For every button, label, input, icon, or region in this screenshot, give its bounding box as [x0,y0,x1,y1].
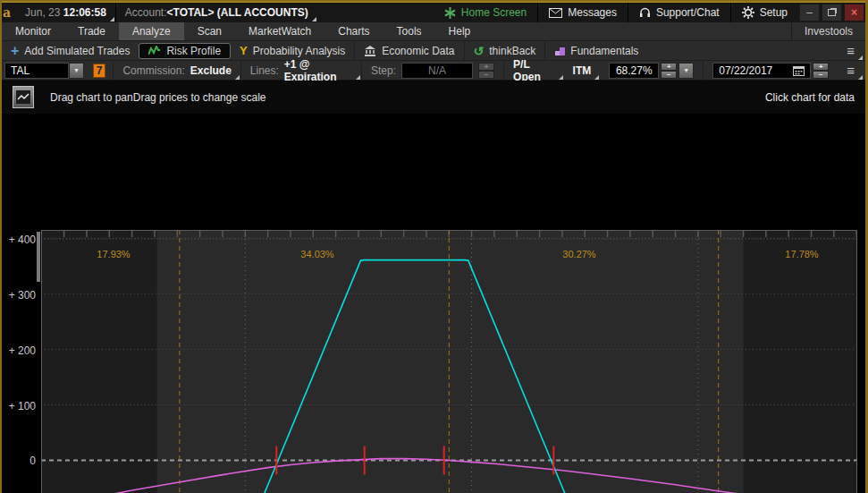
home-screen-icon [444,7,456,19]
minimize-button[interactable]: – [799,4,820,21]
tab-help[interactable]: Help [435,22,485,40]
date-input[interactable]: 07/22/2017 [712,63,811,79]
pl-open-dropdown[interactable]: P/L Open [504,61,564,81]
fundamentals-icon [554,46,565,56]
itm-dropdown[interactable]: ITM [564,61,601,81]
hamburger-icon: ≡ [847,43,855,58]
plus-icon: + [478,63,494,71]
plus-icon: + [813,63,829,71]
toolbar-menu-button[interactable]: ≡ [838,41,864,61]
analyze-controls: TAL ▼ 7 Commission: Exclude Lines: +1 @ … [2,61,865,81]
gear-icon [742,6,754,19]
symbol-dropdown-button[interactable]: ▼ [69,63,84,79]
probability-label: 17.93% [97,249,130,259]
tab-scan[interactable]: Scan [184,22,235,40]
strategies-badge[interactable]: 7 [93,64,105,78]
risk-profile-icon [148,46,161,55]
tab-charts[interactable]: Charts [324,22,383,40]
probability-icon: Y [240,44,248,57]
probability-label: 34.03% [300,249,333,259]
lines-dropdown[interactable]: Lines: +1 @ Expiration [241,61,361,81]
y-axis-label: + 100 [0,400,36,412]
investools-link[interactable]: Investools [791,22,865,40]
percent-stepper[interactable]: +− [661,63,677,79]
messages-icon [549,8,562,18]
headset-icon [639,7,651,19]
bank-icon [364,46,376,56]
probability-label: 30.27% [562,249,595,259]
expiration-date-control: 07/22/2017 +− [704,61,838,81]
account-value: <TOTAL> (ALL ACCOUNTS) [167,6,308,19]
probability-percent-control: 68.27% +− ▼ [600,61,703,81]
close-button[interactable]: × [844,4,864,21]
minus-icon: − [478,71,494,79]
tab-trade[interactable]: Trade [64,22,119,40]
plus-icon: + [661,63,677,71]
commission-dropdown[interactable]: Commission: Exclude [114,61,240,81]
pan-hint: Drag chart to pan [50,91,133,104]
window-border-top [0,0,868,3]
minus-icon: − [813,71,829,79]
chevron-down-icon: ▼ [683,67,689,73]
probability-label: 17.78% [785,249,818,259]
chart-hints: Drag chart to panDrag prices to change s… [50,91,265,104]
application-window: a Jun, 23 12:06:58 Account: <TOTAL> (ALL… [0,0,868,493]
support-chat-button[interactable]: Support/Chat [628,3,730,22]
risk-profile-chart[interactable]: + 400 + 300 + 200 + 100 0 - 100 - 200 [0,114,868,493]
tab-tools[interactable]: Tools [383,22,435,40]
date-label: Jun, 23 [25,6,60,19]
chart-header: Drag chart to panDrag prices to change s… [2,81,865,114]
close-icon: × [851,6,857,19]
click-chart-hint: Click chart for data [765,91,855,104]
thinkback-icon: ↺ [474,45,485,57]
account-selector[interactable]: Account: <TOTAL> (ALL ACCOUNTS) [116,3,317,22]
symbol-input[interactable]: TAL [4,63,69,79]
mini-chart-icon [16,90,30,104]
y-axis-label: 0 [0,455,36,467]
risk-profile-tab[interactable]: Risk Profile [139,43,231,59]
add-simulated-trades-button[interactable]: + Add Simulated Trades [2,41,139,61]
price-axis-drag-handle[interactable] [37,232,40,282]
setup-button[interactable]: Setup [731,3,798,22]
step-input[interactable]: N/A [401,63,473,79]
time-label: 12:06:58 [63,6,106,19]
plus-icon: + [11,44,19,58]
restore-button[interactable] [822,4,842,21]
controls-menu-button[interactable]: ≡ [838,61,864,81]
tab-analyze[interactable]: Analyze [119,22,184,40]
account-label: Account: [125,6,167,19]
chart-settings-button[interactable] [13,86,34,108]
economic-data-tab[interactable]: Economic Data [355,41,463,61]
calendar-icon [793,65,805,76]
window-border-left [0,0,2,493]
low-probability-shade-right [744,230,857,493]
step-stepper[interactable]: +− [478,63,494,79]
chevron-down-icon: ▼ [73,67,80,73]
fundamentals-tab[interactable]: Fundamentals [545,41,647,61]
tab-monitor[interactable]: Monitor [2,22,64,40]
title-bar: a Jun, 23 12:06:58 Account: <TOTAL> (ALL… [2,3,865,22]
messages-button[interactable]: Messages [538,3,628,22]
hamburger-icon: ≡ [847,63,855,78]
minus-icon: − [661,71,677,79]
symbol-selector[interactable]: TAL ▼ [2,61,93,81]
date-stepper[interactable]: +− [813,63,829,79]
probability-percent-input[interactable]: 68.27% [609,63,659,79]
title-bar-actions: Home Screen Messages Support/Chat [434,3,865,22]
tab-marketwatch[interactable]: MarketWatch [235,22,324,40]
plot-area[interactable] [41,230,857,493]
analyze-toolbar: + Add Simulated Trades Risk Profile Y Pr… [2,41,865,61]
app-logo: a [2,5,16,20]
clock-cell[interactable]: Jun, 23 12:06:58 [16,3,115,22]
y-axis-label: + 200 [0,344,36,357]
low-probability-shade-left [41,230,157,493]
menu-bar: Monitor Trade Analyze Scan MarketWatch C… [2,22,865,41]
home-screen-button[interactable]: Home Screen [434,3,537,22]
restore-icon [828,9,836,16]
step-control: Step: N/A +− [362,61,503,81]
percent-dropdown-button[interactable]: ▼ [678,63,694,79]
y-axis-label: + 400 [0,234,36,246]
y-axis-label: + 300 [0,289,36,302]
scale-hint: Drag prices to change scale [133,91,266,104]
